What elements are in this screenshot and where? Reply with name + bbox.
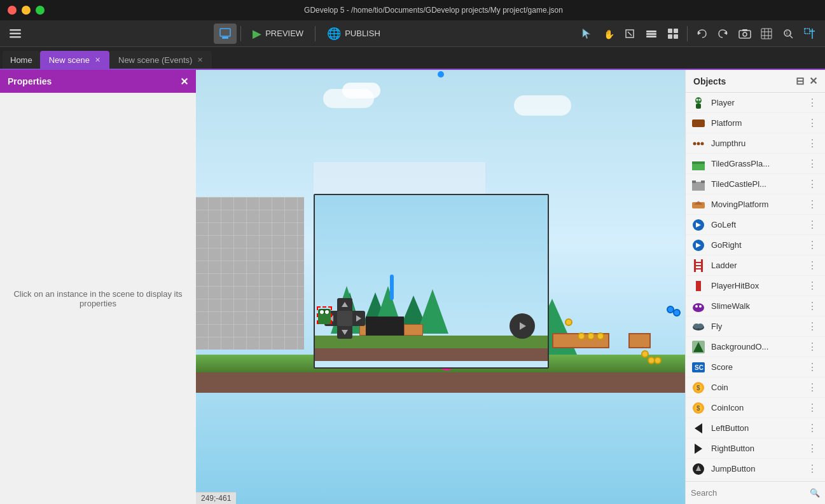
toolbar-left (5, 24, 25, 44)
object-context-menu-btn[interactable]: ⋮ (807, 464, 817, 474)
object-icon (691, 441, 706, 456)
objects-filter-btn[interactable]: ⊟ (796, 75, 804, 87)
object-context-menu-btn[interactable]: ⋮ (807, 383, 817, 393)
object-context-menu-btn[interactable]: ⋮ (807, 362, 817, 372)
undo-btn[interactable] (691, 24, 712, 44)
object-item-tiledcastlepl[interactable]: TiledCastlePl... ⋮ (686, 174, 825, 194)
object-icon (691, 95, 706, 111)
svg-point-61 (701, 142, 704, 145)
events-tab-close[interactable]: ✕ (197, 56, 203, 64)
svg-point-79 (693, 303, 704, 312)
object-item-slimewalk[interactable]: SlimeWalk ⋮ (686, 296, 825, 317)
cloud-2 (342, 83, 380, 99)
svg-rect-25 (761, 29, 772, 39)
coordinates-bar: 249;-461 (196, 492, 236, 504)
hand-icon: ✋ (602, 28, 614, 39)
properties-content: Click on an instance in the scene to dis… (0, 93, 196, 504)
grid-btn[interactable] (756, 24, 777, 44)
center-marker (438, 71, 444, 78)
svg-point-57 (699, 99, 701, 100)
publish-button[interactable]: 🌐 PUBLISH (319, 24, 388, 43)
object-item-coinicon[interactable]: $ CoinIcon ⋮ (686, 398, 825, 418)
object-context-menu-btn[interactable]: ⋮ (807, 240, 817, 250)
pencil-tool-btn[interactable] (620, 24, 640, 44)
preview-button[interactable]: ▶ PREVIEW (245, 24, 311, 43)
redo-btn[interactable] (713, 24, 733, 44)
object-name: LeftButton (711, 423, 802, 433)
object-name: Player (711, 98, 802, 107)
tab-new-scene[interactable]: New scene ✕ (40, 51, 109, 69)
object-context-menu-btn[interactable]: ⋮ (807, 342, 817, 352)
canvas-area[interactable]: x 0 (196, 70, 685, 504)
zoom-btn[interactable]: 1:1 (778, 24, 798, 44)
object-item-jumpbutton[interactable]: JumpButton ⋮ (686, 459, 825, 479)
svg-rect-14 (668, 34, 672, 39)
select-tool-btn[interactable] (800, 24, 820, 44)
layers-btn[interactable] (641, 24, 662, 44)
object-name: TiledCastlePl... (711, 179, 802, 189)
object-context-menu-btn[interactable]: ⋮ (807, 403, 817, 413)
toolbar-separator (240, 26, 241, 41)
object-context-menu-btn[interactable]: ⋮ (807, 301, 817, 311)
object-context-menu-btn[interactable]: ⋮ (807, 261, 817, 271)
screenshot-btn[interactable] (735, 24, 755, 44)
ground-strip-dirt (196, 372, 685, 393)
object-context-menu-btn[interactable]: ⋮ (807, 118, 817, 128)
coin-8 (641, 350, 649, 358)
minimize-window-btn[interactable] (22, 6, 31, 15)
object-item-playerhitbox[interactable]: PlayerHitBox ⋮ (686, 276, 825, 296)
preview-block-2 (385, 317, 404, 336)
maximize-window-btn[interactable] (36, 6, 45, 15)
svg-rect-29 (805, 29, 810, 34)
object-item-tiledgrasspla[interactable]: TiledGrassPla... ⋮ (686, 154, 825, 174)
object-item-fly[interactable]: Fly ⋮ (686, 317, 825, 337)
close-window-btn[interactable] (8, 6, 17, 15)
objects-list: Player ⋮ Platform ⋮ Jumpthru ⋮ TiledGras… (686, 93, 825, 481)
object-context-menu-btn[interactable]: ⋮ (807, 423, 817, 433)
object-item-leftbutton[interactable]: LeftButton ⋮ (686, 418, 825, 439)
object-item-coin[interactable]: $ Coin ⋮ (686, 378, 825, 398)
object-context-menu-btn[interactable]: ⋮ (807, 98, 817, 108)
tabs-bar: Home New scene ✕ New scene (Events) ✕ (0, 47, 825, 70)
object-context-menu-btn[interactable]: ⋮ (807, 281, 817, 291)
object-context-menu-btn[interactable]: ⋮ (807, 139, 817, 149)
menu-button[interactable] (5, 24, 25, 44)
objects-close-btn[interactable]: ✕ (809, 75, 817, 87)
object-context-menu-btn[interactable]: ⋮ (807, 322, 817, 332)
properties-close-btn[interactable]: ✕ (180, 76, 188, 88)
objects-panel-btn[interactable] (663, 24, 683, 44)
hand-tool-btn[interactable]: ✋ (598, 24, 618, 44)
preview-dirt (315, 348, 548, 361)
jump-button-preview[interactable] (510, 313, 535, 339)
events-tab-label: New scene (Events) (118, 55, 192, 65)
tab-new-scene-events[interactable]: New scene (Events) ✕ (109, 51, 212, 69)
object-context-menu-btn[interactable]: ⋮ (807, 220, 817, 230)
object-context-menu-btn[interactable]: ⋮ (807, 159, 817, 169)
object-context-menu-btn[interactable]: ⋮ (807, 444, 817, 454)
object-item-score[interactable]: SC Score ⋮ (686, 357, 825, 378)
layers-icon (646, 28, 657, 39)
object-item-backgroundo[interactable]: BackgroundO... ⋮ (686, 337, 825, 357)
object-item-jumpthru[interactable]: Jumpthru ⋮ (686, 133, 825, 154)
cursor-tool-btn[interactable] (576, 24, 597, 44)
object-context-menu-btn[interactable]: ⋮ (807, 179, 817, 189)
svg-rect-78 (696, 281, 701, 291)
object-item-goleft[interactable]: GoLeft ⋮ (686, 215, 825, 235)
object-item-goright[interactable]: GoRight ⋮ (686, 235, 825, 255)
properties-placeholder: Click on an instance in the scene to dis… (13, 289, 183, 308)
object-item-ladder[interactable]: Ladder ⋮ (686, 255, 825, 276)
object-item-platform[interactable]: Platform ⋮ (686, 113, 825, 133)
object-name: GoLeft (711, 220, 802, 229)
objects-title: Objects (693, 76, 726, 86)
object-item-rightbutton[interactable]: RightButton ⋮ (686, 439, 825, 459)
svg-rect-12 (668, 29, 672, 33)
objects-search-input[interactable] (691, 488, 806, 498)
tab-home[interactable]: Home (3, 51, 40, 69)
new-scene-tab-close[interactable]: ✕ (95, 56, 101, 64)
left-drag-handle[interactable] (390, 275, 394, 300)
object-item-movingplatform[interactable]: MovingPlatform ⋮ (686, 194, 825, 215)
scene-toolbar-btn[interactable] (214, 24, 237, 44)
object-context-menu-btn[interactable]: ⋮ (807, 200, 817, 210)
svg-point-56 (697, 99, 698, 100)
object-item-player[interactable]: Player ⋮ (686, 93, 825, 113)
